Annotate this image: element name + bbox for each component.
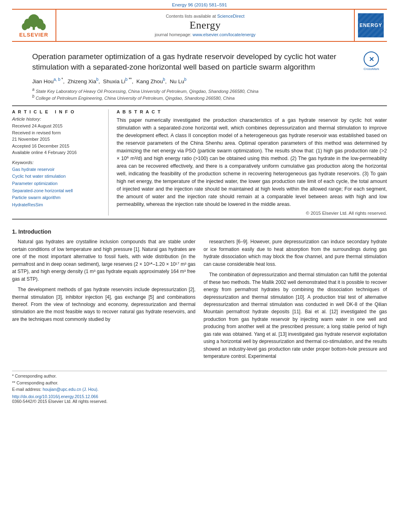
- energy-logo-box: ENERGY: [358, 13, 384, 37]
- intro-body: Natural gas hydrates are crystalline inc…: [12, 238, 387, 364]
- svg-point-4: [22, 23, 27, 30]
- keywords-label: Keywords:: [12, 160, 104, 165]
- affil-1: a State Key Laboratory of Heavy Oil Proc…: [32, 87, 387, 94]
- article-history: Article history: Received 24 August 2015…: [12, 117, 104, 156]
- intro-p4: The combination of depressurization and …: [204, 271, 387, 360]
- journal-title-header: Energy: [189, 19, 221, 31]
- svg-point-5: [40, 23, 45, 30]
- journal-header-bar: ELSEVIER Contents lists available at Sci…: [12, 9, 387, 42]
- abstract-heading: A B S T R A C T: [117, 109, 387, 114]
- journal-homepage: journal homepage: www.elsevier.com/locat…: [155, 32, 256, 37]
- authors-line: Jian Houa, b *, Zhizeng Xiab, Shuxia Lib…: [12, 75, 387, 85]
- section-divider-mid: [12, 219, 387, 220]
- journal-center: Contents lists available at ScienceDirec…: [56, 10, 355, 41]
- sciencedirect-line: Contents lists available at ScienceDirec…: [166, 14, 245, 18]
- author-2: Zhizeng Xia: [68, 78, 96, 84]
- crossmark-icon: ✕: [364, 51, 379, 67]
- intro-p2: The development methods of gas hydrate r…: [12, 286, 195, 323]
- article-info-heading: A R T I C L E I N F O: [12, 109, 104, 114]
- intro-p1: Natural gas hydrates are crystalline inc…: [12, 238, 195, 283]
- paper-title: Operation parameter optimization of a ga…: [32, 51, 362, 72]
- author-3: Shuxia Li: [103, 78, 125, 84]
- intro-col-left: Natural gas hydrates are crystalline inc…: [12, 238, 195, 364]
- received-date: Received 24 August 2015: [12, 123, 104, 129]
- author-5: Nu Lu: [170, 78, 184, 84]
- footer-issn: 0360-5442/© 2015 Elsevier Ltd. All right…: [12, 399, 387, 404]
- footer-email: E-mail address: houjian@upc.edu.cn (J. H…: [12, 386, 387, 393]
- crossmark: ✕ CrossMark: [364, 51, 379, 67]
- abstract-col: A B S T R A C T This paper numerically i…: [117, 109, 387, 216]
- energy-logo: ENERGY: [355, 10, 387, 41]
- elsevier-logo: ELSEVIER: [12, 10, 56, 41]
- section-divider-top: [12, 105, 387, 106]
- footer-doi[interactable]: http://dx.doi.org/10.1016/j.energy.2015.…: [12, 394, 387, 399]
- keyword-4: Separated-zone horizontal well: [12, 187, 104, 195]
- journal-reference: Energy 96 (2016) 581–591: [0, 0, 399, 9]
- revised-date: 21 November 2015: [12, 136, 104, 143]
- affil-2: b College of Petroleum Engineering, Chin…: [32, 94, 387, 101]
- copyright-line: © 2015 Elsevier Ltd. All rights reserved…: [117, 211, 387, 216]
- keyword-6: HydrateResSim: [12, 201, 104, 209]
- accepted-date: Accepted 16 December 2015: [12, 143, 104, 150]
- article-info-col: A R T I C L E I N F O Article history: R…: [12, 109, 109, 216]
- sciencedirect-link[interactable]: ScienceDirect: [217, 14, 245, 18]
- article-info-abstract: A R T I C L E I N F O Article history: R…: [12, 109, 387, 216]
- author-1: Jian Hou: [32, 78, 53, 84]
- online-date: Available online 4 February 2016: [12, 149, 104, 156]
- footer-email-link[interactable]: houjian@upc.edu.cn (J. Hou).: [43, 387, 99, 392]
- star2-note: ** Corresponding author.: [12, 380, 387, 386]
- author-4: Kang Zhou: [136, 78, 163, 84]
- elsevier-tree-icon: [20, 13, 48, 31]
- keyword-2: Cyclic hot water stimulation: [12, 173, 104, 180]
- paper-title-section: Operation parameter optimization of a ga…: [12, 46, 387, 75]
- journal-homepage-link[interactable]: www.elsevier.com/locate/energy: [193, 32, 256, 37]
- page-footer: * Corresponding author. ** Corresponding…: [12, 371, 387, 404]
- elsevier-text: ELSEVIER: [19, 32, 48, 38]
- keyword-5: Particle swarm algorithm: [12, 194, 104, 201]
- intro-heading: 1. Introduction: [12, 228, 387, 235]
- affiliations: a State Key Laboratory of Heavy Oil Proc…: [12, 85, 387, 102]
- keyword-1: Gas hydrate reservoir: [12, 166, 104, 173]
- star-note: * Corresponding author.: [12, 373, 387, 380]
- paper-body: Operation parameter optimization of a ga…: [12, 42, 387, 364]
- abstract-text: This paper numerically investigated the …: [117, 117, 387, 208]
- keywords-block: Keywords: Gas hydrate reservoir Cyclic h…: [12, 160, 104, 209]
- revised-label: Received in revised form: [12, 129, 104, 136]
- keyword-3: Parameter optimization: [12, 180, 104, 187]
- intro-col-right: researchers [6–9]. However, pure depress…: [204, 238, 387, 364]
- footer-notes: * Corresponding author. ** Corresponding…: [12, 373, 387, 393]
- intro-p3: researchers [6–9]. However, pure depress…: [204, 238, 387, 268]
- history-label: Article history:: [12, 117, 104, 121]
- intro-section: 1. Introduction Natural gas hydrates are…: [12, 228, 387, 364]
